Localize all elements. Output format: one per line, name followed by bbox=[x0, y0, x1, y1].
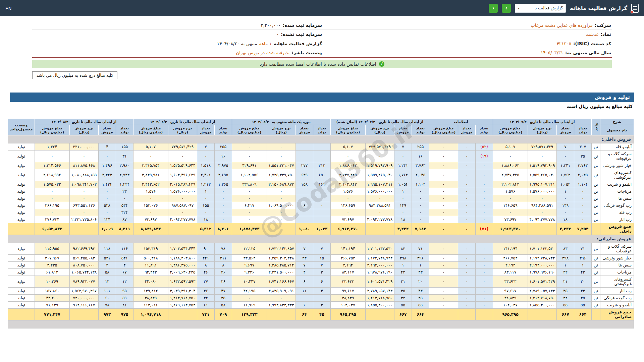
g5-rate: ۰ bbox=[168, 209, 197, 216]
g3-rate bbox=[365, 309, 394, 320]
g5-rate: ۷۲۹,۵۷۱,۴۲۹ bbox=[168, 143, 197, 150]
product-name: سرکه، گلاب و عرقیجات bbox=[600, 150, 634, 162]
g4-rate: ۰ bbox=[267, 195, 296, 202]
product-row: مرباجاتتن۴۳۴۲۱,۹۷۸,۹۷۶,۱۹۰۸۳,۱۱۷۰۰۰۴۳۴۲۱… bbox=[8, 269, 634, 276]
total-row: جمع فروش داخلی۷,۲۵۴۴,۲۳۲۶,۹۶۳,۳۷۰(۷۱)۰۰۷… bbox=[8, 223, 634, 235]
g3-count-produced: ۴۳ bbox=[412, 288, 429, 295]
g1-amount: ۳۳,۶۳۳ bbox=[493, 276, 528, 288]
g4-rate bbox=[267, 223, 296, 235]
g3-rate: ۱,۶۰۱,۵۷۱,۴۲۹ bbox=[365, 276, 394, 288]
unit: تن bbox=[592, 181, 600, 188]
g5-rate: ۲,۰۱۵,۳۸۹,۴۳۹ bbox=[168, 181, 197, 188]
g3-amount: ۸۳,۱۱۷ bbox=[330, 269, 365, 276]
g1-count-sold: ۱ bbox=[557, 188, 574, 195]
g6-amount: ۱۱۵,۹۵۵ bbox=[35, 243, 69, 255]
g3-count-sold: ۱ bbox=[394, 262, 412, 269]
g1-count-produced: ۰ bbox=[574, 188, 592, 195]
g5-amount: ۷۳,۶۹۷ bbox=[133, 216, 168, 223]
g6-amount: ۷۱,۱۴۹ bbox=[35, 302, 69, 309]
g1-rate: ۰ bbox=[528, 209, 557, 216]
g3-count-produced: ۶۶۴ bbox=[412, 309, 429, 320]
g4-count-produced bbox=[313, 295, 330, 302]
g6-count-produced: ۴ bbox=[116, 262, 133, 269]
g6-rate: ۱,۰۸۰,۸۸۸,۱۵۵ bbox=[69, 169, 98, 181]
g4-count-produced: ۴۵ bbox=[313, 309, 330, 320]
header-product: نام محصول bbox=[600, 125, 634, 135]
g1-rate: ۲,۱۹۴,۰۰۰,۰۰۰ bbox=[528, 262, 557, 269]
g5-count-produced: ۳,۹۷۵ bbox=[214, 162, 232, 169]
company-label: شرکت: bbox=[595, 22, 611, 28]
isic-label: کد صنعت (ISIC): bbox=[573, 40, 611, 47]
unit: تن bbox=[592, 295, 600, 302]
adj-amount: ۰ bbox=[429, 243, 458, 255]
g5-rate: ۴,۰۹۴,۲۷۷,۷۷۸ bbox=[168, 216, 197, 223]
product-status: تولید bbox=[8, 143, 35, 150]
language-toggle[interactable]: EN bbox=[5, 6, 12, 11]
g6-count-sold: ۶,۰۰۹ bbox=[98, 223, 116, 235]
g4-count-sold bbox=[296, 209, 313, 216]
g5-count-produced: ۷۰۹ bbox=[214, 309, 232, 320]
g5-amount: ۲,۳۱۵,۷۵۴ bbox=[133, 162, 168, 169]
g5-amount: ۰ bbox=[133, 195, 168, 202]
unit: تن bbox=[592, 302, 600, 309]
unit: تن bbox=[592, 150, 600, 162]
header-group-g6: از ابتدای سال مالی تا تاریخ ۱۴۰۳/۰۸/۳۰ bbox=[35, 119, 133, 125]
g5-rate: ۳,۰۳۹,۳۹۱,۳۰۴ bbox=[168, 288, 197, 295]
g4-count-produced: ۲۱۲ bbox=[313, 162, 330, 169]
g3-amount: ۱,۵۷۶ bbox=[330, 188, 365, 195]
product-status: تولید bbox=[8, 243, 35, 255]
g4-rate: ۰ bbox=[267, 216, 296, 223]
g4-amount: ۱۲,۱۲۵ bbox=[232, 243, 267, 255]
g6-amount: ۴۳,۲۰۰ bbox=[35, 295, 69, 302]
symbol-field: نماد: غدشت bbox=[322, 31, 611, 38]
header-count-sold: تعداد فروش bbox=[394, 125, 412, 135]
header-group-g4: دوره یک ماهه منتهی به ۱۴۰۴/۰۸/۳۰ bbox=[232, 119, 330, 125]
g6-count-produced: ۶۷ bbox=[116, 269, 133, 276]
g4-count-sold: ۲۷۷ bbox=[296, 162, 313, 169]
g3-count-produced: ۱۶ bbox=[412, 150, 429, 162]
g1-rate: ۰ bbox=[528, 195, 557, 202]
header-status: وضعیت محصول-واحد bbox=[8, 119, 35, 135]
g6-amount: ۶,۰۵۲,۸۳۳ bbox=[35, 223, 69, 235]
g5-amount: ۸,۸۴۱,۸۴۳ bbox=[133, 223, 168, 235]
total-row: جمع فروش صادراتی۶۶۴۶۶۷۹۶۵,۳۹۵۶۶۴۶۶۷۹۶۵,۳… bbox=[8, 309, 634, 320]
g1-count-sold: ۴۲ bbox=[557, 269, 574, 276]
header-group-g5: از ابتدای سال مالی تا تاریخ ۱۴۰۴/۰۸/۳۰ bbox=[133, 119, 232, 125]
g5-amount: ۰ bbox=[133, 150, 168, 162]
g3-count-sold: ۳۵ bbox=[394, 288, 412, 295]
g5-amount: ۱۳۹,۸۱۲ bbox=[133, 288, 168, 295]
g6-count-produced: ۱۵۵ bbox=[116, 143, 133, 150]
g6-count-sold: ۱۲۴ bbox=[98, 216, 116, 223]
g6-count-produced: ۱۲ bbox=[116, 276, 133, 288]
g4-rate: ۰ bbox=[267, 150, 296, 162]
product-name: رب گوجه فرنگی bbox=[600, 202, 634, 209]
g3-count-sold: ۴,۲۳۲ bbox=[394, 223, 412, 235]
g1-count-produced: ۳۰۷ bbox=[574, 143, 592, 150]
product-row: آبلیمو و شربتتن۱,۱۰۴۱,۰۵۴۱,۹۹۵,۱۰۷,۲۱۱۲,… bbox=[8, 181, 634, 188]
prev-report-button[interactable]: ‹ bbox=[489, 4, 498, 13]
g6-count-produced: ۸۷ bbox=[116, 216, 133, 223]
g5-count-produced: ۳۵ bbox=[214, 295, 232, 302]
unit bbox=[592, 309, 600, 320]
g1-rate: ۱,۵۱۹,۷۹۲,۹۰۹ bbox=[528, 162, 557, 169]
g1-count-sold: ۵۵ bbox=[557, 302, 574, 309]
g5-count-sold: ۶۱ bbox=[197, 302, 214, 309]
header-count-produced: تعداد تولید bbox=[412, 125, 429, 135]
adj-count-sold: ۰ bbox=[458, 143, 475, 150]
g4-rate: ۱,۳۸۵,۲۸۵,۷۱۴ bbox=[267, 262, 296, 269]
product-status: تولید bbox=[8, 188, 35, 195]
g6-count-produced: ۵۴۱ bbox=[116, 255, 133, 262]
g4-count-produced: ۴ bbox=[313, 288, 330, 295]
g5-rate: ۱,۵۲۵,۵۲۹,۶۴۴ bbox=[168, 162, 197, 169]
g5-rate bbox=[168, 223, 197, 235]
product-row: رب انارتن۴۳۳۵۲,۷۸۹,۰۵۷,۱۴۳۹۷,۶۱۷۰۰۰۴۳۳۵۲… bbox=[8, 288, 634, 295]
g4-rate: ۱,۵۵۱,۲۳۱,۰۴۷ bbox=[267, 162, 296, 169]
g3-count-produced: ۷۱ bbox=[412, 243, 429, 255]
report-type-select[interactable]: گزارش فعالیت د ▾ bbox=[515, 4, 566, 13]
g1-count-sold: ۱۸ bbox=[557, 216, 574, 223]
next-report-button[interactable]: › bbox=[502, 4, 511, 13]
issuer-status-field: وضعیت ناشر: پذیرفته شده در بورس تهران bbox=[33, 49, 322, 56]
g3-count-sold: ۲۱ bbox=[394, 276, 412, 288]
g6-amount: ۱۰,۲۶۹ bbox=[35, 276, 69, 288]
g4-amount: ۶,۴۱۷ bbox=[232, 202, 267, 209]
